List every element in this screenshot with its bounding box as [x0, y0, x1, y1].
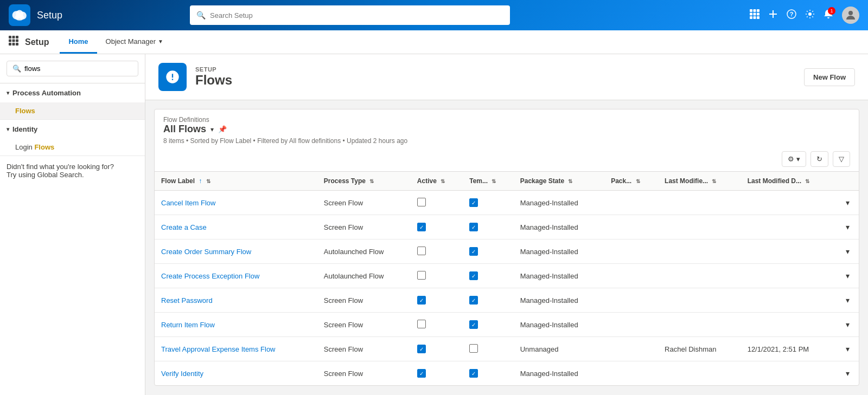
col-sort-icon: ⇅ — [441, 178, 445, 184]
sidebar-item-login-flows[interactable]: Login Flows — [0, 139, 145, 156]
flow-label-link[interactable]: Cancel Item Flow — [161, 199, 215, 207]
table-filter-button[interactable]: ▽ — [833, 151, 850, 167]
row-action-button[interactable]: ▾ — [844, 367, 852, 380]
cell-active[interactable] — [411, 264, 463, 288]
active-checkbox[interactable] — [417, 247, 426, 255]
cell-active[interactable]: ✓ — [411, 361, 463, 386]
cell-last-modified-by — [658, 239, 741, 264]
cell-last-modified-by — [658, 313, 741, 337]
svg-rect-10 — [750, 16, 752, 19]
settings-icon[interactable] — [805, 9, 815, 22]
sidebar-search-input[interactable] — [24, 64, 132, 73]
global-search-input[interactable] — [210, 11, 503, 20]
col-package-state[interactable]: Package State ⇅ — [514, 172, 604, 191]
active-checkbox[interactable]: ✓ — [417, 223, 426, 231]
login-flows-link[interactable]: Flows — [34, 143, 54, 151]
add-icon[interactable] — [768, 9, 778, 22]
cell-row-action[interactable]: ▾ — [837, 239, 859, 264]
template-checkbox[interactable]: ✓ — [469, 296, 478, 305]
cell-template[interactable]: ✓ — [463, 288, 514, 313]
row-action-button[interactable]: ▾ — [844, 318, 852, 331]
cell-row-action[interactable]: ▾ — [837, 337, 859, 361]
template-checkbox[interactable] — [469, 344, 478, 353]
col-template[interactable]: Tem... ⇅ — [463, 172, 514, 191]
template-checkbox[interactable]: ✓ — [469, 223, 478, 231]
template-checkbox[interactable]: ✓ — [469, 247, 478, 256]
col-process-type[interactable]: Process Type ⇅ — [317, 172, 411, 191]
template-checkbox[interactable]: ✓ — [469, 320, 478, 329]
cell-active[interactable]: ✓ — [411, 288, 463, 313]
active-checkbox[interactable] — [417, 198, 426, 206]
grid-icon[interactable] — [750, 9, 760, 22]
tab-object-manager[interactable]: Object Manager ▼ — [97, 30, 172, 54]
row-action-button[interactable]: ▾ — [844, 196, 852, 209]
cell-template[interactable]: ✓ — [463, 215, 514, 239]
cell-template[interactable]: ✓ — [463, 191, 514, 215]
flow-label-link[interactable]: Reset Password — [161, 296, 213, 305]
cell-template[interactable]: ✓ — [463, 313, 514, 337]
sidebar-section-header-identity[interactable]: ▾ Identity — [0, 120, 145, 139]
cell-flow-label: Return Item Flow — [155, 313, 317, 337]
cell-row-action[interactable]: ▾ — [837, 288, 859, 313]
svg-rect-9 — [757, 12, 760, 15]
cell-active[interactable]: ✓ — [411, 337, 463, 361]
col-last-modified-by[interactable]: Last Modifie... ⇅ — [658, 172, 741, 191]
cell-process-type: Autolaunched Flow — [317, 239, 411, 264]
tab-home[interactable]: Home — [60, 30, 97, 54]
cell-last-modified-date: 12/1/2021, 2:51 PM — [741, 337, 837, 361]
cell-active[interactable] — [411, 239, 463, 264]
cell-row-action[interactable]: ▾ — [837, 215, 859, 239]
waffle-icon[interactable] — [9, 36, 18, 48]
cell-template[interactable]: ✓ — [463, 361, 514, 386]
active-checkbox[interactable]: ✓ — [417, 296, 426, 305]
template-checkbox[interactable]: ✓ — [469, 198, 478, 207]
sidebar-search-box[interactable]: 🔍 — [7, 61, 138, 76]
cell-row-action[interactable]: ▾ — [837, 313, 859, 337]
col-flow-label[interactable]: Flow Label ↑ ⇅ — [155, 172, 317, 191]
cell-active[interactable] — [411, 191, 463, 215]
flow-label-link[interactable]: Travel Approval Expense Items Flow — [161, 345, 276, 353]
refresh-icon: ↻ — [816, 155, 822, 163]
cell-template[interactable]: ✓ — [463, 239, 514, 264]
col-last-modified-date[interactable]: Last Modified D... ⇅ — [741, 172, 837, 191]
new-flow-button[interactable]: New Flow — [804, 68, 855, 86]
cell-active[interactable]: ✓ — [411, 215, 463, 239]
help-icon[interactable]: ? — [787, 9, 796, 22]
flow-label-link[interactable]: Create Order Summary Flow — [161, 248, 251, 256]
table-refresh-button[interactable]: ↻ — [810, 151, 828, 167]
row-action-button[interactable]: ▾ — [844, 294, 852, 307]
row-action-button[interactable]: ▾ — [844, 245, 852, 258]
cell-row-action[interactable]: ▾ — [837, 191, 859, 215]
flow-label-link[interactable]: Verify Identity — [161, 370, 203, 378]
row-action-button[interactable]: ▾ — [844, 269, 852, 282]
flow-label-link[interactable]: Create Process Exception Flow — [161, 272, 259, 280]
active-checkbox[interactable] — [417, 271, 426, 280]
cell-row-action[interactable]: ▾ — [837, 361, 859, 386]
flow-label-link[interactable]: Return Item Flow — [161, 321, 215, 329]
sidebar-item-flows[interactable]: Flows — [0, 102, 145, 119]
flow-label-link[interactable]: Create a Case — [161, 223, 207, 231]
template-checkbox[interactable]: ✓ — [469, 271, 478, 280]
flows-link[interactable]: Flows — [15, 107, 35, 115]
sidebar-section-header-process-automation[interactable]: ▾ Process Automation — [0, 83, 145, 102]
global-search-bar[interactable]: 🔍 — [190, 5, 510, 25]
active-checkbox[interactable]: ✓ — [417, 369, 426, 378]
row-action-button[interactable]: ▾ — [844, 342, 852, 355]
cell-template[interactable]: ✓ — [463, 264, 514, 288]
active-checkbox[interactable] — [417, 320, 426, 328]
cell-template[interactable] — [463, 337, 514, 361]
table-title-dropdown-icon[interactable]: ▾ — [210, 126, 214, 133]
col-active[interactable]: Active ⇅ — [411, 172, 463, 191]
notification-icon[interactable]: 1 — [824, 9, 833, 22]
cell-active[interactable] — [411, 313, 463, 337]
cell-process-type: Screen Flow — [317, 191, 411, 215]
template-checkbox[interactable]: ✓ — [469, 369, 478, 378]
avatar[interactable] — [842, 7, 859, 24]
pin-icon[interactable]: 📌 — [218, 125, 227, 133]
row-action-button[interactable]: ▾ — [844, 221, 852, 234]
table-settings-button[interactable]: ⚙ ▾ — [782, 151, 806, 167]
active-checkbox[interactable]: ✓ — [417, 345, 426, 353]
col-pack[interactable]: Pack... ⇅ — [604, 172, 658, 191]
cell-row-action[interactable]: ▾ — [837, 264, 859, 288]
table-section: Flow Definitions All Flows ▾ 📌 8 items •… — [154, 109, 859, 386]
